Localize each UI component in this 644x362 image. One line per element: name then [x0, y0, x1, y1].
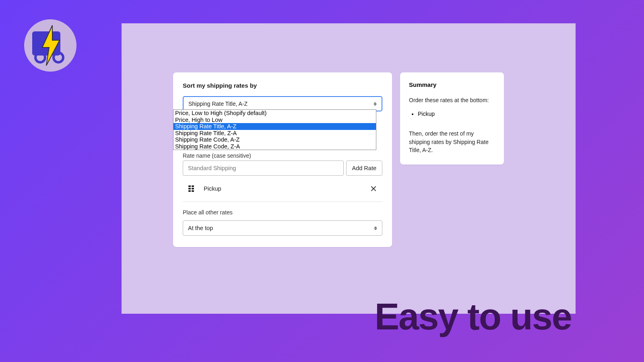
drag-handle-icon[interactable] — [188, 185, 194, 192]
placement-label: Place all other rates — [183, 209, 382, 216]
summary-intro: Order these rates at the bottom: — [409, 96, 495, 104]
placement-select[interactable]: At the top — [183, 220, 382, 236]
demo-stage: Sort my shipping rates by Shipping Rate … — [122, 23, 576, 314]
rate-name-input[interactable]: Standard Shipping — [183, 160, 344, 176]
chevron-sort-icon — [374, 225, 378, 231]
summary-rate-list: Pickup — [418, 110, 495, 118]
dropdown-option[interactable]: Price, Low to High (Shopify default) — [173, 110, 376, 117]
dropdown-option[interactable]: Shipping Rate Code, A-Z — [173, 136, 376, 143]
sort-label: Sort my shipping rates by — [183, 82, 382, 89]
sort-select-value: Shipping Rate Title, A-Z — [188, 101, 248, 107]
rate-row: Pickup — [183, 180, 382, 197]
remove-rate-icon[interactable] — [370, 185, 377, 192]
rate-name-label: Rate name (case sensitive) — [183, 150, 382, 159]
rate-row-name: Pickup — [204, 185, 370, 192]
dropdown-option[interactable]: Shipping Rate Code, Z-A — [173, 143, 376, 150]
summary-title: Summary — [409, 81, 495, 88]
dropdown-option[interactable]: Shipping Rate Title, Z-A — [173, 130, 376, 137]
dropdown-option[interactable]: Price, High to Low — [173, 117, 376, 123]
add-rate-button[interactable]: Add Rate — [346, 160, 382, 176]
rate-name-placeholder: Standard Shipping — [188, 165, 236, 171]
dropdown-option-selected[interactable]: Shipping Rate Title, A-Z — [173, 123, 376, 130]
sort-settings-card: Sort my shipping rates by Shipping Rate … — [173, 72, 392, 247]
app-logo — [24, 19, 76, 72]
summary-rate-item: Pickup — [418, 110, 495, 118]
placement-select-value: At the top — [188, 225, 213, 231]
sort-dropdown-list: Price, Low to High (Shopify default) Pri… — [173, 109, 376, 150]
divider — [183, 202, 382, 202]
summary-card: Summary Order these rates at the bottom:… — [400, 72, 504, 165]
chevron-sort-icon — [374, 101, 378, 107]
marketing-tagline: Easy to use — [375, 296, 572, 338]
summary-then: Then, order the rest of my shipping rate… — [409, 130, 495, 154]
